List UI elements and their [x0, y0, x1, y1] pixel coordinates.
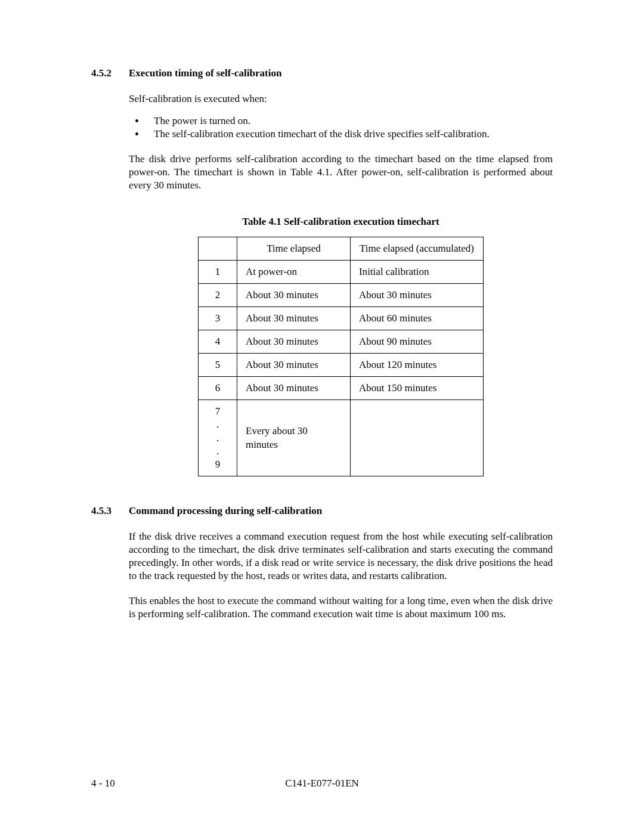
idx-dot: .: [216, 432, 219, 444]
cell-accum: About 60 minutes: [351, 306, 484, 330]
section-452-body: Self-calibration is executed when: The p…: [129, 92, 553, 476]
cell-elapsed: About 30 minutes: [237, 377, 351, 400]
idx-bottom: 9: [215, 459, 221, 470]
cell-accum: Initial calibration: [351, 260, 484, 283]
section-title: Command processing during self-calibrati…: [129, 505, 553, 517]
cell-elapsed: About 30 minutes: [237, 306, 351, 330]
table-row: 2 About 30 minutes About 30 minutes: [199, 283, 484, 306]
bullet-item: The self-calibration execution timechart…: [135, 128, 553, 141]
cell-idx: 3: [199, 306, 237, 330]
table-row: 5 About 30 minutes About 120 minutes: [199, 354, 484, 377]
section-title: Execution timing of self-calibration: [129, 67, 553, 79]
idx-dot: .: [216, 445, 219, 457]
cell-accum: About 120 minutes: [351, 354, 484, 377]
bullet-item: The power is turned on.: [135, 114, 553, 128]
paragraph: This enables the host to execute the com…: [129, 594, 553, 621]
paragraph: If the disk drive receives a command exe…: [129, 530, 553, 583]
intro-text: Self-calibration is executed when:: [129, 92, 553, 106]
table-header-elapsed: Time elapsed: [237, 237, 351, 260]
cell-elapsed: About 30 minutes: [237, 354, 351, 377]
cell-elapsed: About 30 minutes: [237, 330, 351, 354]
cell-idx: 6: [199, 377, 237, 400]
cell-idx: 1: [199, 260, 237, 283]
cell-accum: About 30 minutes: [351, 283, 484, 306]
cell-elapsed: About 30 minutes: [237, 283, 351, 306]
cell-idx: 2: [199, 283, 237, 306]
cell-idx-range: 7 . . . 9: [199, 400, 237, 476]
idx-dot: .: [216, 419, 219, 430]
section-453-body: If the disk drive receives a command exe…: [129, 530, 553, 621]
table-row: 1 At power-on Initial calibration: [199, 260, 484, 283]
idx-top: 7: [215, 405, 221, 417]
table-row: 7 . . . 9 Every about 30 minutes: [199, 400, 484, 476]
page-content: 4.5.2 Execution timing of self-calibrati…: [0, 0, 644, 621]
footer-page-number: 4 - 10: [91, 778, 115, 789]
cell-accum: About 90 minutes: [351, 330, 484, 354]
cell-elapsed: At power-on: [237, 260, 351, 283]
section-heading-452: 4.5.2 Execution timing of self-calibrati…: [91, 67, 553, 79]
table-caption: Table 4.1 Self-calibration execution tim…: [129, 215, 553, 228]
table-header-empty: [199, 237, 237, 260]
cell-accum: [351, 400, 484, 476]
cell-idx: 5: [199, 354, 237, 377]
cell-elapsed: Every about 30 minutes: [237, 400, 351, 476]
table-row: 3 About 30 minutes About 60 minutes: [199, 306, 484, 330]
table-row: 4 About 30 minutes About 90 minutes: [199, 330, 484, 354]
section-heading-453: 4.5.3 Command processing during self-cal…: [91, 505, 553, 517]
cell-idx: 4: [199, 330, 237, 354]
table-header-row: Time elapsed Time elapsed (accumulated): [199, 237, 484, 260]
section-number: 4.5.2: [91, 67, 129, 79]
table-row: 6 About 30 minutes About 150 minutes: [199, 377, 484, 400]
timechart-table: Time elapsed Time elapsed (accumulated) …: [198, 237, 484, 476]
footer-doc-id: C141-E077-01EN: [285, 778, 359, 789]
section-number: 4.5.3: [91, 505, 129, 517]
bullet-list: The power is turned on. The self-calibra…: [135, 114, 553, 141]
paragraph: The disk drive performs self-calibration…: [129, 153, 553, 192]
table-header-accum: Time elapsed (accumulated): [351, 237, 484, 260]
cell-accum: About 150 minutes: [351, 377, 484, 400]
page-footer: 4 - 10 C141-E077-01EN: [0, 778, 644, 789]
